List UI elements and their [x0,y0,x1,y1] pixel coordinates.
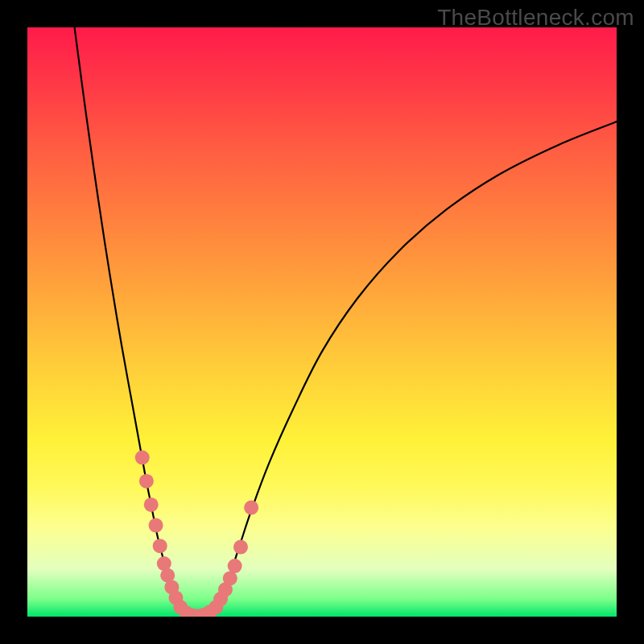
highlight-dot [244,501,258,515]
curve-right-branch [216,122,617,609]
highlight-dot [153,539,167,553]
highlight-dot [228,559,242,573]
highlight-dot [139,474,154,489]
highlight-dot [223,571,237,585]
highlight-dot [135,450,150,464]
curve-left-branch [75,27,181,611]
chart-frame: TheBottleneck.com [0,0,644,644]
highlight-dot [233,540,248,555]
highlight-dots [135,450,258,617]
highlight-dot [149,518,163,533]
highlight-dot [144,497,159,512]
plot-area [27,27,617,617]
curve-svg [27,27,617,617]
